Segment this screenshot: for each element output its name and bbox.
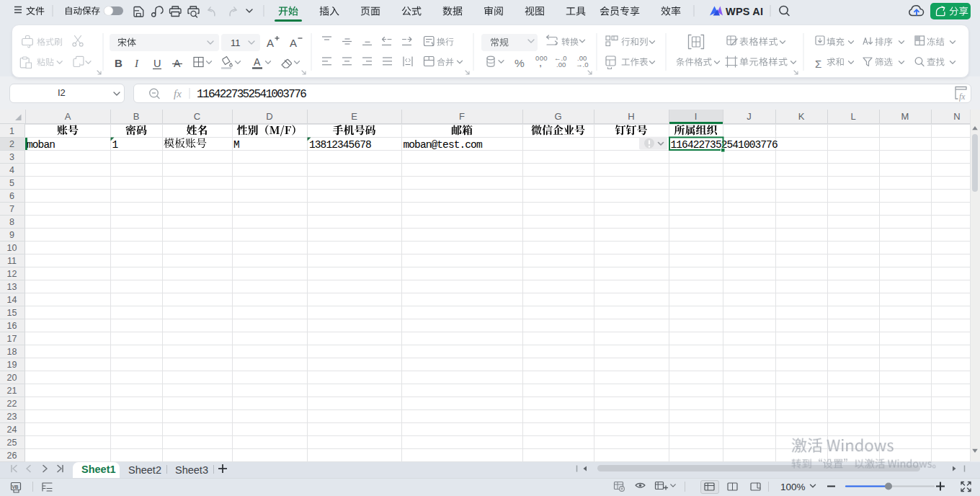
svg-text:fx: fx [174, 88, 182, 99]
svg-text:A: A [290, 37, 297, 49]
svg-text:,: , [540, 59, 542, 68]
svg-text:A: A [267, 37, 274, 49]
svg-text:VB: VB [12, 484, 19, 490]
svg-text:I: I [134, 58, 139, 69]
svg-text:100%: 100% [780, 482, 806, 492]
svg-text:B: B [115, 57, 122, 69]
svg-text:→.0: →.0 [576, 61, 588, 68]
svg-text:Σ: Σ [815, 58, 821, 70]
svg-text:WPS AI: WPS AI [726, 6, 763, 17]
svg-text:.00: .00 [556, 61, 566, 68]
svg-text:11: 11 [231, 37, 241, 48]
svg-text:U: U [153, 58, 161, 69]
svg-text:%: % [514, 57, 525, 69]
svg-text:A: A [254, 56, 261, 68]
svg-text:fx: fx [959, 92, 966, 102]
